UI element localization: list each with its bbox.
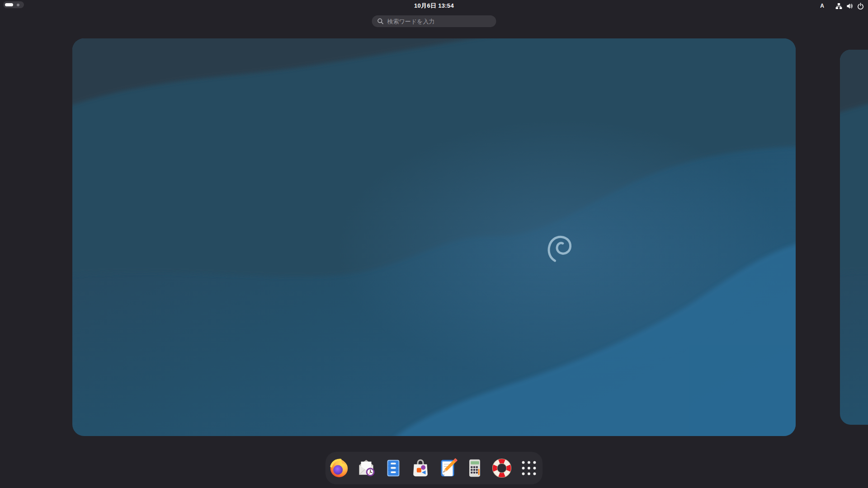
top-bar: 10月6日 13:54 A <box>0 0 868 12</box>
debian-wallpaper <box>840 50 868 425</box>
files-icon <box>383 458 404 479</box>
search-input[interactable] <box>372 15 496 27</box>
clock-date-button[interactable]: 10月6日 13:54 <box>414 0 454 12</box>
dock-item-show-apps[interactable] <box>515 452 542 484</box>
text-editor-icon <box>437 458 458 479</box>
dock-item-calculator[interactable] <box>461 452 488 484</box>
dash-dock <box>326 452 542 484</box>
workspace-switcher-pill[interactable] <box>3 1 24 8</box>
dock-item-text-editor[interactable] <box>434 452 461 484</box>
workspace-preview-1[interactable] <box>72 38 796 436</box>
show-apps-icon <box>519 458 539 479</box>
calculator-icon <box>464 458 485 479</box>
workspace-indicator-active[interactable] <box>5 3 13 6</box>
dock-item-firefox[interactable] <box>326 452 353 484</box>
help-icon <box>491 458 512 479</box>
dock-item-files[interactable] <box>380 452 407 484</box>
search-bar <box>372 15 496 27</box>
system-status-area[interactable]: A <box>820 0 864 12</box>
debian-wallpaper <box>72 38 796 436</box>
workspace-indicator-dot[interactable] <box>17 4 19 6</box>
input-method-indicator[interactable]: A <box>820 3 824 9</box>
workspace-preview-2[interactable] <box>840 50 868 425</box>
dock-item-evolution-mail[interactable] <box>353 452 380 484</box>
volume-icon[interactable] <box>846 3 853 9</box>
evolution-mail-icon <box>356 458 377 479</box>
dock-item-software[interactable] <box>407 452 434 484</box>
power-icon[interactable] <box>857 3 864 9</box>
clock-label: 10月6日 13:54 <box>414 2 454 10</box>
software-icon <box>410 458 431 479</box>
dock-item-help[interactable] <box>488 452 515 484</box>
firefox-icon <box>329 458 349 479</box>
network-wired-icon[interactable] <box>835 3 842 9</box>
